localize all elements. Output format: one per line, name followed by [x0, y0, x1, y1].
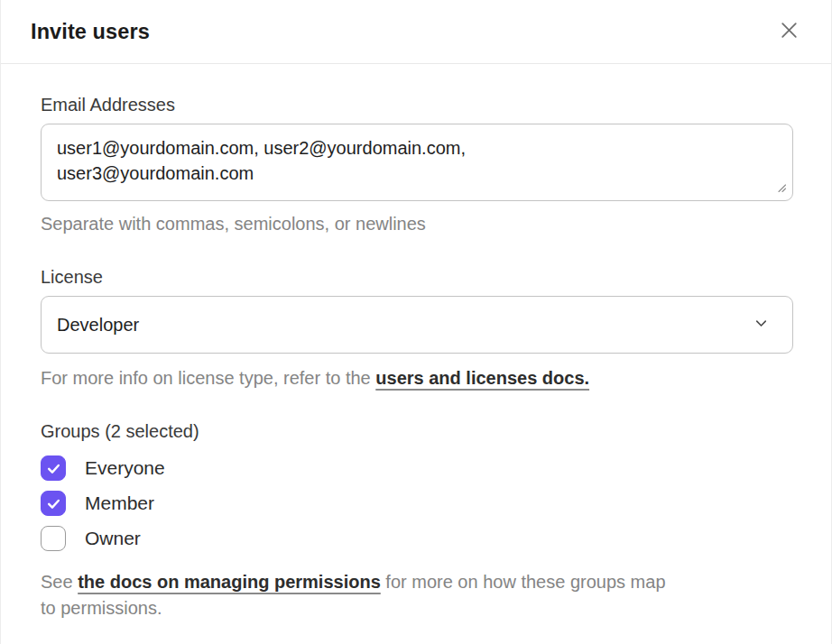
chevron-down-icon — [753, 316, 769, 335]
email-addresses-label: Email Addresses — [41, 94, 791, 115]
managing-permissions-docs-link[interactable]: the docs on managing permissions — [78, 572, 381, 592]
groups-helper-prefix: See — [41, 572, 78, 592]
license-selected-value: Developer — [57, 315, 139, 336]
checkbox-everyone[interactable] — [41, 455, 66, 481]
group-option-owner[interactable]: Owner — [41, 526, 791, 551]
modal-title: Invite users — [31, 20, 150, 44]
groups-list: Everyone Member Ow — [41, 455, 791, 551]
license-section: License Developer For more info on licen… — [41, 266, 791, 391]
group-option-label: Owner — [85, 528, 141, 549]
checkbox-owner[interactable] — [41, 526, 66, 551]
groups-helper-text: See the docs on managing permissions for… — [41, 569, 791, 621]
groups-helper-suffix: for more on how these groups map — [381, 572, 666, 592]
modal-body: Email Addresses user1@yourdomain.com, us… — [1, 64, 831, 621]
groups-section: Groups (2 selected) Everyone — [41, 420, 791, 621]
users-licenses-docs-link[interactable]: users and licenses docs. — [375, 368, 589, 388]
close-button[interactable] — [774, 17, 803, 46]
email-section: Email Addresses user1@yourdomain.com, us… — [41, 94, 791, 237]
group-option-member[interactable]: Member — [41, 491, 791, 516]
email-helper-text: Separate with commas, semicolons, or new… — [41, 211, 791, 237]
modal-header: Invite users — [1, 0, 831, 64]
groups-label: Groups (2 selected) — [41, 420, 791, 442]
group-option-everyone[interactable]: Everyone — [41, 455, 791, 481]
check-icon — [46, 461, 61, 476]
license-label: License — [41, 266, 791, 288]
group-option-label: Member — [85, 492, 154, 514]
groups-helper-line2: to permissions. — [41, 598, 162, 618]
close-icon — [778, 19, 800, 44]
license-helper-prefix: For more info on license type, refer to … — [41, 368, 375, 388]
license-helper-text: For more info on license type, refer to … — [41, 365, 791, 391]
email-addresses-input[interactable]: user1@yourdomain.com, user2@yourdomain.c… — [41, 124, 793, 201]
checkbox-member[interactable] — [41, 491, 66, 516]
check-icon — [46, 496, 61, 511]
license-select[interactable]: Developer — [41, 296, 793, 354]
invite-users-modal: Invite users Email Addresses user1@yourd… — [0, 0, 832, 644]
group-option-label: Everyone — [85, 457, 165, 479]
